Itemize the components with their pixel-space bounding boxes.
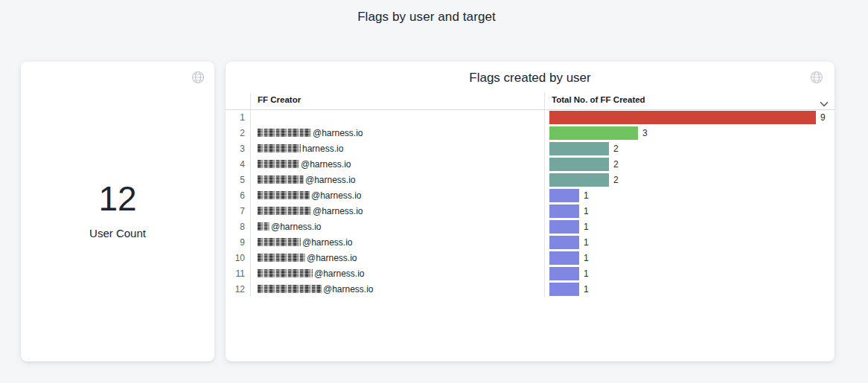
- bar[interactable]: [549, 189, 579, 202]
- redacted-username: [258, 285, 322, 293]
- bar-value-label: 1: [584, 237, 589, 248]
- bar-value-label: 1: [584, 222, 589, 232]
- bar[interactable]: [549, 267, 579, 280]
- bar-value-label: 3: [642, 128, 648, 138]
- table-row: 12@harness.io1: [226, 281, 835, 297]
- ff-created-cell: 1: [544, 283, 835, 296]
- row-number: 4: [226, 159, 250, 170]
- globe-icon[interactable]: [809, 70, 824, 85]
- ff-creator-cell: @harness.io: [250, 159, 544, 170]
- bar[interactable]: [549, 205, 579, 218]
- ff-created-cell: 3: [544, 126, 835, 140]
- ff-creator-cell: @harness.io: [250, 206, 544, 216]
- ff-created-cell: 2: [544, 142, 835, 155]
- row-number: 11: [226, 268, 250, 279]
- row-number: 2: [226, 128, 250, 138]
- ff-creator-cell: @harness.io: [250, 284, 544, 295]
- bar-value-label: 2: [613, 144, 619, 154]
- user-count-tile: 12 User Count: [21, 62, 214, 361]
- creator-email-suffix: @harness.io: [323, 284, 374, 295]
- ff-creator-cell: @harness.io: [250, 237, 544, 248]
- table-row: 19: [226, 109, 835, 125]
- table-row: 10@harness.io1: [226, 250, 835, 265]
- ff-created-cell: 2: [544, 173, 835, 187]
- table-row: 2@harness.io3: [226, 125, 835, 141]
- bar-value-label: 1: [584, 190, 589, 201]
- bar-value-label: 1: [584, 284, 589, 295]
- ff-created-cell: 1: [544, 189, 835, 202]
- redacted-username: [258, 144, 301, 152]
- table-row: 4@harness.io2: [226, 156, 835, 172]
- ff-created-cell: 1: [544, 251, 835, 265]
- row-number: 3: [226, 144, 250, 154]
- redacted-username: [258, 222, 269, 231]
- redacted-username: [258, 191, 310, 199]
- creator-email-suffix: @harness.io: [307, 253, 357, 263]
- ff-created-cell: 1: [544, 267, 835, 280]
- row-number: 6: [226, 190, 250, 201]
- ff-created-cell: 9: [544, 111, 835, 124]
- column-header-ff-creator[interactable]: FF Creator: [258, 95, 301, 104]
- row-number: 5: [226, 175, 250, 185]
- row-number: 12: [226, 284, 250, 295]
- creator-email-suffix: @harness.io: [313, 206, 363, 216]
- flags-created-tile: Flags created by user FF Creator Total N…: [226, 62, 835, 361]
- ff-created-cell: 1: [544, 205, 835, 218]
- redacted-username: [258, 176, 304, 184]
- bar[interactable]: [549, 158, 609, 171]
- creator-email-suffix: @harness.io: [313, 128, 363, 138]
- creator-email-suffix: @harness.io: [305, 175, 356, 185]
- row-number: 10: [226, 253, 250, 263]
- table-row: 7@harness.io1: [226, 203, 835, 219]
- table-row: 9@harness.io1: [226, 234, 835, 250]
- ff-creator-cell: @harness.io: [250, 268, 544, 279]
- user-count-label: User Count: [21, 227, 214, 239]
- ff-created-cell: 1: [544, 220, 835, 234]
- ff-creator-cell: @harness.io: [250, 253, 544, 263]
- user-count-value: 12: [21, 179, 214, 218]
- column-header-total-ff-created[interactable]: Total No. of FF Created: [552, 95, 645, 104]
- bar[interactable]: [549, 126, 638, 140]
- ff-creator-cell: @harness.io: [250, 175, 544, 185]
- chevron-down-icon[interactable]: [820, 97, 829, 104]
- bar[interactable]: [549, 142, 609, 155]
- bar-value-label: 2: [613, 159, 619, 170]
- ff-created-cell: 2: [544, 158, 835, 171]
- table-body: 192@harness.io33harness.io24@harness.io2…: [226, 109, 835, 297]
- row-number: 7: [226, 206, 250, 216]
- bar-value-label: 1: [584, 206, 589, 216]
- bar[interactable]: [549, 111, 816, 124]
- table-row: 3harness.io2: [226, 141, 835, 156]
- bar[interactable]: [549, 220, 579, 234]
- bar[interactable]: [549, 283, 579, 296]
- bar-value-label: 1: [584, 268, 589, 279]
- table-row: 6@harness.io1: [226, 187, 835, 203]
- table-row: 11@harness.io1: [226, 265, 835, 281]
- redacted-username: [258, 238, 301, 246]
- ff-creator-cell: @harness.io: [250, 128, 544, 138]
- table-row: 8@harness.io1: [226, 219, 835, 234]
- bar-value-label: 9: [820, 112, 826, 123]
- globe-icon[interactable]: [191, 70, 205, 85]
- bar-value-label: 2: [613, 175, 619, 185]
- widget-title: Flags created by user: [226, 71, 835, 86]
- redacted-username: [258, 129, 311, 137]
- bar[interactable]: [549, 236, 579, 249]
- table-row: 5@harness.io2: [226, 172, 835, 187]
- bar[interactable]: [549, 173, 609, 187]
- creator-email-suffix: @harness.io: [311, 190, 362, 201]
- bar[interactable]: [549, 251, 579, 265]
- creator-email-suffix: @harness.io: [271, 222, 322, 232]
- row-number: 1: [226, 112, 250, 123]
- ff-creator-cell: harness.io: [250, 144, 544, 154]
- table-header: FF Creator Total No. of FF Created: [226, 93, 835, 109]
- ff-created-cell: 1: [544, 236, 835, 249]
- creator-email-suffix: harness.io: [302, 144, 343, 154]
- dashboard-title: Flags by user and target: [0, 10, 853, 25]
- redacted-username: [258, 207, 311, 215]
- redacted-username: [258, 254, 305, 262]
- ff-creator-cell: @harness.io: [250, 190, 544, 201]
- creator-email-suffix: @harness.io: [301, 159, 351, 170]
- row-number: 9: [226, 237, 250, 248]
- creator-email-suffix: @harness.io: [314, 268, 365, 279]
